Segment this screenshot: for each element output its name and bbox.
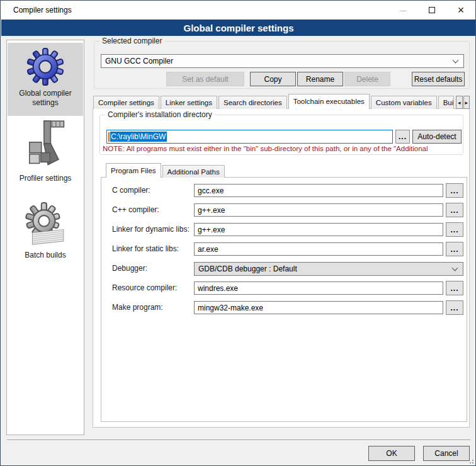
- reset-defaults-button[interactable]: Reset defaults: [412, 72, 465, 86]
- maximize-icon: [429, 7, 435, 13]
- selected-compiler-group: Selected compiler GNU GCC Compiler Set a…: [94, 41, 470, 89]
- compiler-settings-dialog: Compiler settings ─ × Global compiler se…: [0, 0, 476, 466]
- tab-scroll-left-button[interactable]: ◂: [456, 96, 462, 109]
- debugger-select[interactable]: GDB/CDB debugger : Default: [194, 262, 463, 276]
- program-files-page: C compiler: ... C++ compiler: ... Linker…: [101, 177, 467, 422]
- resource-compiler-label: Resource compiler:: [112, 283, 177, 292]
- c-compiler-label: C compiler:: [112, 186, 150, 195]
- compiler-select[interactable]: GNU GCC Compiler: [101, 54, 464, 68]
- linker-dynamic-input[interactable]: [194, 223, 443, 236]
- sidebar-item-batch-builds[interactable]: Batch builds: [8, 202, 83, 264]
- make-program-label: Make program:: [112, 303, 163, 312]
- titlebar[interactable]: Compiler settings ─ ×: [1, 1, 475, 20]
- close-icon: ×: [458, 4, 465, 17]
- linker-static-label: Linker for static libs:: [112, 244, 179, 253]
- arrow-left-icon: ◂: [458, 99, 461, 106]
- tab-linker-settings[interactable]: Linker settings: [161, 96, 217, 109]
- batch-builds-icon: [22, 202, 69, 248]
- program-files-tabs: Program Files Additional Paths: [106, 163, 226, 178]
- tab-compiler-settings[interactable]: Compiler settings: [93, 96, 159, 109]
- ok-button[interactable]: OK: [368, 446, 415, 461]
- make-program-browse-button[interactable]: ...: [446, 300, 463, 315]
- debugger-label: Debugger:: [112, 264, 147, 273]
- compiler-select-value: GNU GCC Compiler: [105, 57, 173, 65]
- blue-gear-icon: [26, 47, 65, 86]
- maximize-button[interactable]: [417, 1, 446, 20]
- c-compiler-browse-button[interactable]: ...: [446, 183, 463, 198]
- tab-custom-variables[interactable]: Custom variables: [371, 96, 437, 109]
- resize-grip[interactable]: [467, 457, 473, 463]
- tab-scroll-right-button[interactable]: ▸: [463, 96, 470, 109]
- debugger-select-value: GDB/CDB debugger : Default: [198, 264, 297, 273]
- chevron-down-icon: [453, 57, 459, 64]
- minimize-icon: ─: [400, 5, 407, 16]
- install-dir-selected-text: C:\raylib\MinGW: [110, 132, 167, 142]
- rename-button[interactable]: Rename: [297, 72, 343, 86]
- install-dir-browse-button[interactable]: ...: [395, 130, 410, 144]
- window-title: Compiler settings: [13, 6, 72, 14]
- set-as-default-button: Set as default: [166, 72, 244, 86]
- banner-title: Global compiler settings: [1, 20, 476, 36]
- install-dir-legend: Compiler's installation directory: [105, 110, 215, 119]
- sidebar-item-global-compiler-settings[interactable]: Global compiler settings: [8, 43, 83, 116]
- delete-button: Delete: [344, 72, 390, 86]
- text-caret: [108, 132, 110, 142]
- auto-detect-button[interactable]: Auto-detect: [412, 130, 462, 144]
- linker-static-browse-button[interactable]: ...: [446, 242, 463, 256]
- linker-dynamic-label: Linker for dynamic libs:: [112, 225, 190, 234]
- resource-compiler-browse-button[interactable]: ...: [446, 281, 463, 295]
- footer-divider: [7, 440, 470, 441]
- toolchain-executables-page: Compiler's installation directory C:\ray…: [93, 108, 470, 428]
- tab-program-files[interactable]: Program Files: [106, 163, 161, 178]
- cpp-compiler-label: C++ compiler:: [112, 205, 159, 214]
- sidebar-item-label: Profiler settings: [20, 174, 72, 183]
- tab-additional-paths[interactable]: Additional Paths: [162, 165, 225, 178]
- settings-category-sidebar: Global compiler settings Profiler settin…: [6, 40, 84, 435]
- sidebar-item-label: Batch builds: [25, 251, 65, 260]
- sidebar-item-label: Global compiler settings: [13, 89, 78, 108]
- selected-compiler-legend: Selected compiler: [99, 37, 164, 45]
- compiler-tabs: Compiler settings Linker settings Search…: [93, 94, 470, 109]
- resource-compiler-input[interactable]: [194, 281, 443, 295]
- arrow-right-icon: ▸: [465, 99, 468, 106]
- chevron-down-icon: [452, 265, 458, 271]
- linker-dynamic-browse-button[interactable]: ...: [446, 222, 463, 237]
- caliper-icon: [21, 118, 69, 171]
- copy-button[interactable]: Copy: [250, 72, 296, 86]
- cancel-button[interactable]: Cancel: [423, 446, 470, 461]
- install-dir-note: NOTE: All programs must exist either in …: [103, 145, 462, 152]
- tab-search-directories[interactable]: Search directories: [218, 96, 287, 109]
- install-dir-group: Compiler's installation directory C:\ray…: [99, 115, 463, 155]
- cpp-compiler-input[interactable]: [194, 203, 443, 217]
- minimize-button: ─: [388, 1, 417, 20]
- install-dir-input[interactable]: C:\raylib\MinGW: [106, 130, 393, 144]
- cpp-compiler-browse-button[interactable]: ...: [446, 203, 463, 217]
- c-compiler-input[interactable]: [194, 184, 443, 197]
- linker-static-input[interactable]: [194, 242, 443, 256]
- close-button[interactable]: ×: [446, 1, 475, 20]
- sidebar-item-profiler-settings[interactable]: Profiler settings: [8, 118, 83, 188]
- make-program-input[interactable]: [194, 301, 443, 314]
- tab-build-options[interactable]: Build options: [438, 96, 454, 109]
- tab-toolchain-executables[interactable]: Toolchain executables: [288, 94, 370, 109]
